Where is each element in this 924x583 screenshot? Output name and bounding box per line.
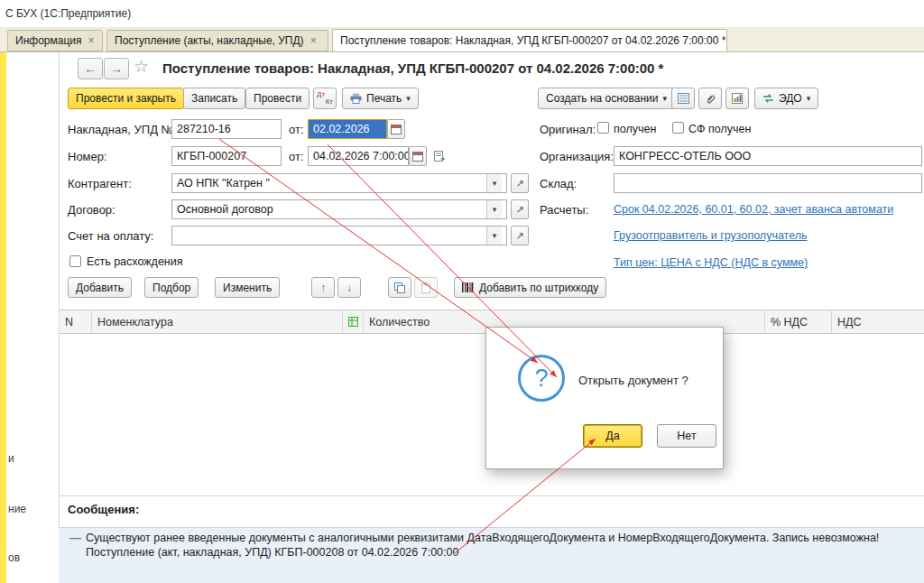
tab-information[interactable]: Информация × bbox=[7, 30, 103, 51]
copy-row-button[interactable] bbox=[388, 277, 411, 298]
column-label: N bbox=[65, 316, 73, 329]
create-from-button[interactable]: Создать на основании ▾ bbox=[538, 88, 675, 109]
contract-field[interactable]: Основной договор ▾ bbox=[171, 199, 507, 219]
dtkt-button[interactable]: Дт Кт bbox=[313, 88, 337, 109]
paste-icon bbox=[420, 282, 431, 293]
invoice-number-field[interactable]: 287210-16 bbox=[171, 119, 282, 139]
nav-back-button[interactable]: ← bbox=[78, 58, 103, 79]
calendar-icon bbox=[412, 151, 423, 162]
edo-button[interactable]: ЭДО ▾ bbox=[754, 88, 818, 109]
sidebar-item-fragment[interactable]: ние bbox=[8, 503, 26, 515]
open-icon: ↗ bbox=[515, 230, 523, 242]
attachments-button[interactable] bbox=[698, 88, 722, 109]
column-header-n[interactable]: N bbox=[60, 310, 92, 334]
settlements-label: Расчеты: bbox=[540, 203, 588, 217]
edo-label: ЭДО bbox=[779, 92, 802, 105]
calendar-icon bbox=[391, 124, 402, 134]
tab-receipt-document[interactable]: Поступление товаров: Накладная, УПД КГБП… bbox=[332, 29, 727, 52]
chevron-down-icon[interactable]: ▾ bbox=[486, 174, 502, 192]
pay-invoice-open-button[interactable]: ↗ bbox=[511, 226, 529, 245]
tab-receipt-list[interactable]: Поступление (акты, накладные, УПД) × bbox=[106, 30, 328, 51]
settlements-link[interactable]: Срок 04.02.2026, 60.01, 60.02, зачет ава… bbox=[614, 203, 893, 216]
titlebar: С БУХ (1С:Предприятие) bbox=[0, 0, 924, 27]
organization-field[interactable]: КОНГРЕСС-ОТЕЛЬ ООО bbox=[614, 146, 922, 166]
chevron-down-icon[interactable]: ▾ bbox=[486, 227, 502, 245]
add-row-button[interactable]: Добавить bbox=[68, 277, 132, 298]
original-label: Оригинал: bbox=[540, 123, 596, 136]
column-header-nomenclature[interactable]: Номенклатура bbox=[92, 310, 343, 334]
dialog-yes-button[interactable]: Да bbox=[583, 424, 642, 448]
column-label: Номенклатура bbox=[97, 316, 173, 329]
sf-received-label: СФ получен bbox=[688, 123, 751, 135]
print-button[interactable]: Печать ▾ bbox=[342, 88, 419, 109]
sidebar-item-fragment[interactable]: и bbox=[8, 452, 14, 465]
message-line-2[interactable]: Поступление (акт, накладная, УПД) КГБП-0… bbox=[86, 546, 911, 559]
contragent-label: Контрагент: bbox=[68, 177, 132, 190]
fill-date-icon-button[interactable] bbox=[430, 146, 448, 166]
tab-label: Поступление (акты, накладные, УПД) bbox=[115, 34, 304, 47]
journal-button[interactable] bbox=[671, 88, 695, 109]
discrepancies-label: Есть расхождения bbox=[87, 255, 183, 268]
contract-open-button[interactable]: ↗ bbox=[511, 199, 529, 219]
favorite-star-icon[interactable]: ☆ bbox=[134, 56, 149, 77]
edit-row-label: Изменить bbox=[223, 282, 272, 294]
page-title: Поступление товаров: Накладная, УПД КГБП… bbox=[162, 60, 663, 76]
table-bottom-divider bbox=[59, 495, 924, 496]
post-button[interactable]: Провести bbox=[245, 88, 310, 109]
print-label: Печать bbox=[366, 92, 402, 105]
organization-label: Организация: bbox=[540, 150, 614, 163]
confirm-dialog: ? Открыть документ ? Да Нет bbox=[485, 327, 724, 469]
open-icon: ↗ bbox=[515, 178, 523, 190]
add-by-barcode-button[interactable]: Добавить по штрихкоду bbox=[454, 277, 606, 298]
paperclip-icon bbox=[705, 93, 716, 105]
column-header-vat[interactable]: НДС bbox=[832, 310, 924, 334]
copy-icon bbox=[394, 282, 405, 293]
post-and-close-button[interactable]: Провести и закрыть bbox=[68, 88, 184, 109]
sections-panel-strip[interactable] bbox=[0, 52, 6, 583]
chevron-down-icon[interactable]: ▾ bbox=[486, 200, 502, 218]
tab-label: Поступление товаров: Накладная, УПД КГБП… bbox=[340, 34, 725, 47]
column-header-vat-percent[interactable]: % НДС bbox=[765, 310, 832, 334]
number-field[interactable]: КГБП-000207 bbox=[171, 146, 282, 166]
nav-forward-button[interactable]: → bbox=[104, 58, 129, 79]
collapse-message-icon[interactable]: — bbox=[69, 531, 81, 544]
add-by-barcode-label: Добавить по штрихкоду bbox=[479, 282, 598, 294]
back-icon: ← bbox=[84, 61, 97, 76]
warehouse-field[interactable] bbox=[614, 173, 922, 193]
contragent-open-button[interactable]: ↗ bbox=[511, 173, 529, 193]
post-label: Провести bbox=[254, 92, 301, 105]
pay-invoice-field[interactable]: ▾ bbox=[171, 226, 507, 245]
invoice-number-value: 287210-16 bbox=[177, 123, 231, 135]
sidebar-item-fragment[interactable]: ов bbox=[8, 551, 20, 564]
tab-close-icon[interactable]: × bbox=[88, 34, 94, 47]
contragent-field[interactable]: АО НПК "Катрен " ▾ bbox=[171, 173, 507, 193]
date1-label: от: bbox=[289, 123, 304, 136]
contragent-value: АО НПК "Катрен " bbox=[177, 177, 270, 190]
discrepancies-checkbox[interactable] bbox=[69, 255, 81, 267]
tab-close-icon[interactable]: × bbox=[310, 34, 317, 47]
app-window: С БУХ (1С:Предприятие) Информация × Пост… bbox=[0, 0, 924, 583]
journal-icon bbox=[678, 93, 689, 104]
sf-received-checkbox[interactable] bbox=[672, 122, 684, 134]
contract-value: Основной договор bbox=[177, 203, 273, 216]
pick-button[interactable]: Подбор bbox=[144, 277, 199, 298]
column-header-flag[interactable] bbox=[343, 310, 364, 334]
move-down-button[interactable]: ↓ bbox=[337, 277, 361, 298]
calendar-button[interactable] bbox=[409, 146, 427, 166]
save-label: Записать bbox=[191, 92, 237, 105]
save-button[interactable]: Записать bbox=[183, 88, 245, 109]
move-up-button[interactable]: ↑ bbox=[311, 277, 335, 298]
price-type-link[interactable]: Тип цен: ЦЕНА с НДС (НДС в сумме) bbox=[614, 256, 808, 269]
dialog-no-button[interactable]: Нет bbox=[657, 424, 716, 448]
organization-value: КОНГРЕСС-ОТЕЛЬ ООО bbox=[619, 150, 751, 162]
paste-row-button[interactable] bbox=[414, 277, 438, 298]
warehouse-label: Склад: bbox=[540, 177, 577, 190]
shipper-consignee-link[interactable]: Грузоотправитель и грузополучатель bbox=[614, 229, 808, 242]
reports-button[interactable] bbox=[725, 88, 749, 109]
edit-row-button[interactable]: Изменить bbox=[215, 277, 280, 298]
message-line-1[interactable]: Существуют ранее введенные документы с а… bbox=[86, 532, 911, 544]
calendar-button[interactable] bbox=[387, 119, 405, 139]
document-date-field[interactable]: 04.02.2026 7:00:00 bbox=[308, 146, 409, 166]
original-received-checkbox[interactable] bbox=[597, 122, 609, 134]
incoming-date-field[interactable]: 02.02.2026 bbox=[308, 119, 387, 139]
